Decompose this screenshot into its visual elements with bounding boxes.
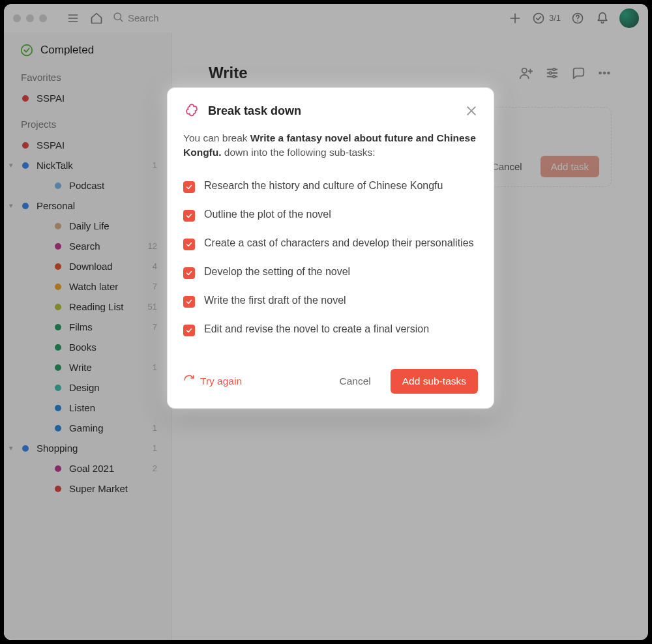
subtask-item[interactable]: Write the first draft of the novel xyxy=(183,295,478,308)
subtask-item[interactable]: Outline the plot of the novel xyxy=(183,209,478,222)
subtask-item[interactable]: Create a cast of characters and develop … xyxy=(183,237,478,250)
subtask-label: Create a cast of characters and develop … xyxy=(204,237,474,249)
modal-description: You can break Write a fantasy novel abou… xyxy=(183,131,478,160)
subtask-item[interactable]: Develop the setting of the novel xyxy=(183,266,478,279)
subtask-label: Outline the plot of the novel xyxy=(204,209,331,220)
close-icon[interactable] xyxy=(465,104,478,117)
subtask-list: Research the history and culture of Chin… xyxy=(183,180,478,336)
app-window: Search 3/1 Completed xyxy=(4,4,648,640)
modal-cancel-button[interactable]: Cancel xyxy=(329,370,381,392)
subtask-label: Research the history and culture of Chin… xyxy=(204,180,443,192)
checkbox-checked-icon[interactable] xyxy=(183,267,195,279)
modal-title: Break task down xyxy=(208,104,457,118)
subtask-item[interactable]: Edit and revise the novel to create a fi… xyxy=(183,323,478,336)
checkbox-checked-icon[interactable] xyxy=(183,296,195,308)
checkbox-checked-icon[interactable] xyxy=(183,181,195,193)
subtask-label: Write the first draft of the novel xyxy=(204,295,346,306)
subtask-label: Edit and revise the novel to create a fi… xyxy=(204,323,429,335)
ai-logo-icon xyxy=(183,102,200,119)
subtask-item[interactable]: Research the history and culture of Chin… xyxy=(183,180,478,193)
try-again-button[interactable]: Try again xyxy=(183,374,242,388)
add-subtasks-button[interactable]: Add sub-tasks xyxy=(391,369,478,394)
break-task-modal: Break task down You can break Write a fa… xyxy=(167,87,494,409)
checkbox-checked-icon[interactable] xyxy=(183,210,195,222)
checkbox-checked-icon[interactable] xyxy=(183,239,195,250)
try-again-label: Try again xyxy=(200,375,242,387)
refresh-icon xyxy=(183,374,195,388)
checkbox-checked-icon[interactable] xyxy=(183,325,195,336)
subtask-label: Develop the setting of the novel xyxy=(204,266,350,278)
